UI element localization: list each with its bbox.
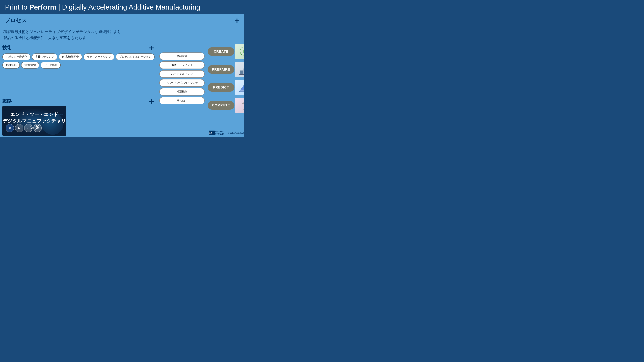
gijutsu-title: 技術 (2, 44, 12, 51)
strategy-plus-icon[interactable]: ＋ (147, 97, 155, 105)
title-suffix: | Digitally Accelerating Additive Manufa… (56, 3, 200, 11)
dassault-systemes: SYSTÈMES (215, 133, 224, 135)
tech-tags-container: トポロジー最適化 直接モデリング 破壊/機能不全 ラティスサイジング プロセスシ… (2, 53, 155, 68)
dassault-footer: 3S DASSAULT SYSTÈMES | The 3DEXPERIENCE®… (207, 130, 244, 136)
tag-direct-modeling[interactable]: 直接モデリング (32, 53, 57, 60)
extra-tags-panel: 材料設計 形状モーフィング バーチャルマシン ネスティング/スライシング 補正機… (158, 42, 206, 137)
tag-material-design[interactable]: 材料設計 (159, 52, 204, 60)
header-title: Print to Perform | Digitally Acceleratin… (5, 3, 239, 11)
dassault-logo-icon: 3S (209, 131, 215, 135)
prepaire-image (235, 62, 244, 77)
tag-virtual-machine[interactable]: バーチャルマシン (159, 70, 204, 78)
tag-material-evolution[interactable]: 材料進化 (2, 62, 20, 68)
description-text: 積層造形技術とジェネレーティブデザインがデジタルな連続性により 製品の製造法と機… (0, 26, 244, 42)
predict-image (235, 80, 244, 95)
title-bold: Perform (29, 3, 56, 11)
tag-process-sim[interactable]: プロセスシミュレーション (116, 53, 155, 60)
svg-rect-3 (240, 70, 243, 75)
svg-line-20 (243, 107, 244, 110)
dassault-tagline: | The 3DEXPERIENCE® Company (226, 132, 244, 134)
desc-line2: 製品の製造法と機能要件に大きな変革をもたらす (3, 35, 241, 41)
tag-others[interactable]: その他... (159, 97, 204, 104)
process-title: プロセス (3, 16, 28, 25)
svg-line-22 (242, 102, 244, 105)
prepaire-button[interactable]: PREPAIRE (208, 65, 234, 74)
tag-damage[interactable]: 損傷/疲労 (21, 62, 39, 68)
compute-item: COMPUTE (207, 97, 244, 114)
strategy-section: 戦略 ＋ 11011010010100101011001011100101001… (0, 96, 158, 137)
create-button[interactable]: CREATE (208, 47, 234, 56)
strategy-card-text: エンド・ツー・エンド デジタルマニュファクチャリング (2, 111, 66, 131)
tag-fracture[interactable]: 破壊/機能不全 (59, 53, 82, 60)
svg-point-17 (244, 99, 244, 102)
strategy-line1: エンド・ツー・エンド (2, 111, 66, 118)
svg-point-8 (243, 68, 244, 69)
tag-lattice[interactable]: ラティスサイジング (84, 53, 114, 60)
left-panel: 技術 ＋ トポロジー最適化 直接モデリング 破壊/機能不全 ラティスサイジング … (0, 42, 158, 137)
strategy-card[interactable]: 110110100101001010110010111001010010110 … (2, 106, 66, 136)
tag-correction[interactable]: 補正機能 (159, 88, 204, 95)
header: Print to Perform | Digitally Acceleratin… (0, 0, 244, 15)
create-item: CREATE (207, 43, 244, 60)
compute-button[interactable]: COMPUTE (208, 101, 234, 110)
desc-line1: 積層造形技術とジェネレーティブデザインがデジタルな連続性により (3, 29, 241, 35)
title-prefix: Print to (5, 3, 29, 11)
gijutsu-plus-icon[interactable]: ＋ (147, 44, 155, 52)
process-plus-icon[interactable]: ＋ (233, 16, 241, 25)
strategy-header: 戦略 ＋ (2, 96, 155, 106)
prepaire-item: PREPAIRE (207, 61, 244, 78)
svg-text:3S: 3S (209, 132, 212, 134)
tag-data-analysis[interactable]: データ解析 (40, 62, 61, 68)
gijutsu-header: 技術 ＋ (2, 44, 155, 52)
svg-point-7 (240, 70, 243, 71)
compute-image (235, 98, 244, 113)
predict-button[interactable]: PREDICT (208, 83, 234, 92)
svg-rect-11 (239, 74, 244, 75)
strategy-title: 戦略 (2, 98, 12, 104)
tag-nesting-slicing[interactable]: ネスティング/スライシング (159, 79, 204, 87)
tag-shape-morphing[interactable]: 形状モーフィング (159, 61, 204, 69)
right-panel: CREATE PREPAIRE (206, 42, 244, 137)
svg-rect-4 (244, 69, 244, 75)
main-content: プロセス ＋ 積層造形技術とジェネレーティブデザインがデジタルな連続性により 製… (0, 15, 244, 137)
process-section-header: プロセス ＋ (0, 15, 244, 26)
tag-topology[interactable]: トポロジー最適化 (2, 53, 30, 60)
create-image (235, 44, 244, 59)
strategy-line2: デジタルマニュファクチャリング (2, 118, 66, 131)
gijutsu-section: 技術 ＋ トポロジー最適化 直接モデリング 破壊/機能不全 ラティスサイジング … (0, 42, 158, 96)
predict-item: PREDICT (207, 79, 244, 96)
dassault-name: DASSAULT (215, 131, 224, 133)
